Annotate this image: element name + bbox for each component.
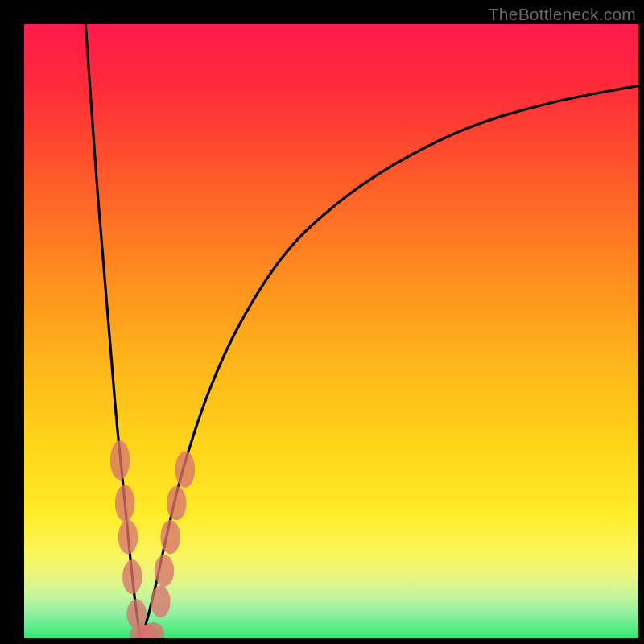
chart-svg [24,24,638,638]
data-marker [155,555,174,587]
data-marker [126,599,146,629]
data-marker [175,451,195,488]
data-marker [118,520,138,555]
plot-area [24,24,638,638]
data-marker [160,520,180,555]
data-marker [115,485,134,522]
data-marker [151,585,170,617]
watermark-text: TheBottleneck.com [489,5,636,24]
chart-frame: TheBottleneck.com [0,0,644,644]
data-markers [110,440,195,638]
data-marker [110,440,130,480]
data-marker [167,486,186,521]
curve-right [141,85,638,638]
data-marker [122,559,142,594]
